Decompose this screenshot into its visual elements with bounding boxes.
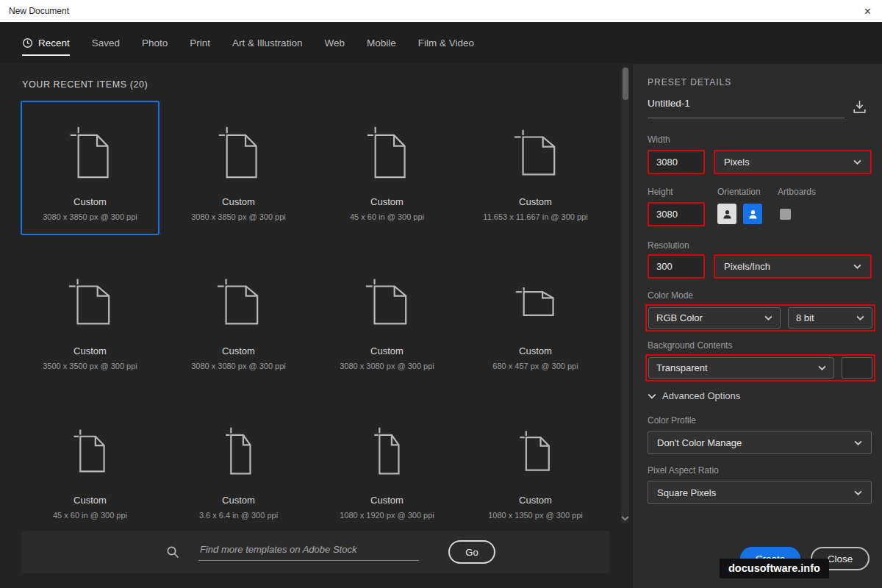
preset-name: Custom	[222, 196, 255, 207]
orientation-portrait-button[interactable]	[717, 204, 736, 224]
tab-film-video[interactable]: Film & Video	[418, 22, 474, 64]
tab-photo[interactable]: Photo	[142, 22, 168, 64]
recent-item-card[interactable]: Custom 11.653 x 11.667 in @ 300 ppi	[466, 101, 605, 235]
document-icon	[73, 429, 107, 473]
chevron-down-icon	[853, 159, 861, 165]
tab-mobile[interactable]: Mobile	[367, 22, 396, 64]
width-input[interactable]	[648, 150, 705, 174]
preset-dimensions: 3080 x 3080 px @ 300 ppi	[340, 362, 434, 370]
preset-dimensions: 1080 x 1920 px @ 300 ppi	[340, 511, 434, 520]
background-color-swatch[interactable]	[842, 357, 872, 379]
chevron-down-icon	[853, 264, 861, 269]
scroll-down-icon[interactable]	[621, 515, 629, 521]
selected-option: 8 bit	[796, 312, 814, 323]
document-icon	[68, 278, 113, 325]
watermark: docusoftware.info	[720, 559, 829, 578]
vertical-scrollbar[interactable]	[621, 66, 629, 523]
preset-name: Custom	[74, 196, 107, 207]
recent-item-card[interactable]: Custom 1080 x 1350 px @ 300 ppi	[466, 399, 605, 534]
tab-label: Web	[324, 37, 345, 49]
preset-dimensions: 3080 x 3850 px @ 300 ppi	[191, 212, 286, 221]
scrollbar-thumb[interactable]	[623, 68, 628, 100]
tab-recent[interactable]: Recent	[22, 22, 70, 64]
document-icon	[218, 126, 260, 179]
tab-label: Art & Illustration	[232, 37, 302, 49]
height-label: Height	[648, 187, 673, 197]
tab-label: Recent	[38, 37, 70, 49]
color-mode-label: Color Mode	[648, 290, 693, 301]
document-icon	[69, 126, 112, 179]
preset-name: Custom	[222, 345, 255, 356]
preset-dimensions: 680 x 457 px @ 300 ppi	[492, 362, 578, 370]
chevron-down-icon	[764, 315, 772, 320]
preset-name: Custom	[519, 196, 552, 207]
orientation-landscape-button[interactable]	[743, 204, 762, 224]
recent-item-card[interactable]: Custom 3080 x 3080 px @ 300 ppi	[318, 250, 456, 384]
preset-dimensions: 3500 x 3500 px @ 300 ppi	[43, 362, 137, 370]
preset-name: Custom	[370, 196, 404, 207]
color-mode-select[interactable]: RGB Color	[648, 307, 781, 329]
preset-details-panel: PRESET DETAILS Untitled-1 Width Pixels H…	[632, 64, 882, 588]
preset-dimensions: 3.6 x 6.4 in @ 300 ppi	[199, 511, 278, 520]
preset-dimensions: 1080 x 1350 px @ 300 ppi	[488, 511, 583, 520]
tab-label: Print	[190, 37, 210, 49]
selected-option: Don't Color Manage	[657, 437, 742, 448]
portrait-person-icon	[721, 208, 734, 220]
chevron-down-icon	[854, 490, 862, 495]
recent-items-grid: Custom 3080 x 3850 px @ 300 ppi Custom 3…	[21, 101, 613, 534]
save-preset-icon[interactable]	[852, 99, 867, 115]
recent-item-card[interactable]: Custom 3.6 x 6.4 in @ 300 ppi	[169, 399, 308, 534]
color-profile-select[interactable]: Don't Color Manage	[648, 431, 872, 454]
document-icon	[365, 278, 410, 325]
selected-option: Transparent	[656, 362, 708, 373]
recent-item-card[interactable]: Custom 45 x 60 in @ 300 ppi	[318, 101, 456, 235]
dialog-title: New Document	[9, 6, 69, 16]
bit-depth-select[interactable]: 8 bit	[788, 307, 872, 329]
tab-label: Saved	[92, 37, 120, 49]
document-icon	[366, 126, 409, 179]
recent-item-card[interactable]: Custom 3080 x 3850 px @ 300 ppi	[169, 101, 308, 235]
document-icon	[513, 129, 559, 176]
resolution-input[interactable]	[648, 254, 705, 279]
chevron-down-icon	[854, 440, 862, 445]
preset-dimensions: 3080 x 3080 px @ 300 ppi	[191, 362, 286, 370]
new-document-dialog: New Document ✕ Recent Saved Photo Print …	[0, 0, 882, 588]
stock-search-input[interactable]	[198, 544, 419, 561]
tab-saved[interactable]: Saved	[92, 22, 120, 64]
recent-items-heading: YOUR RECENT ITEMS (20)	[22, 79, 148, 90]
recent-item-card[interactable]: Custom 3080 x 3850 px @ 300 ppi	[21, 101, 159, 235]
pixel-aspect-ratio-select[interactable]: Square Pixels	[648, 481, 872, 504]
preset-dimensions: 3080 x 3850 px @ 300 ppi	[43, 212, 137, 221]
recent-item-card[interactable]: Custom 3080 x 3080 px @ 300 ppi	[169, 250, 308, 384]
selected-option: Pixels/Inch	[724, 261, 770, 272]
tab-art-illustration[interactable]: Art & Illustration	[232, 22, 302, 64]
go-button[interactable]: Go	[448, 540, 495, 564]
advanced-options-toggle[interactable]: Advanced Options	[648, 390, 740, 401]
preset-name: Custom	[519, 495, 552, 506]
background-contents-label: Background Contents	[648, 340, 732, 351]
resolution-unit-select[interactable]: Pixels/Inch	[714, 254, 872, 279]
preset-dimensions: 45 x 60 in @ 300 ppi	[53, 511, 127, 520]
recent-item-card[interactable]: Custom 3500 x 3500 px @ 300 ppi	[21, 250, 159, 384]
resolution-label: Resolution	[648, 240, 689, 251]
tab-print[interactable]: Print	[190, 22, 210, 64]
background-contents-select[interactable]: Transparent	[648, 357, 834, 379]
width-unit-select[interactable]: Pixels	[714, 150, 872, 174]
recent-item-card[interactable]: Custom 45 x 60 in @ 300 ppi	[21, 399, 159, 534]
close-icon[interactable]: ✕	[864, 6, 872, 17]
preset-name: Custom	[370, 495, 404, 506]
height-input[interactable]	[648, 202, 705, 226]
artboards-label: Artboards	[778, 187, 816, 197]
preset-name: Custom	[519, 345, 552, 356]
preset-details-heading: PRESET DETAILS	[648, 77, 731, 87]
chevron-down-icon	[818, 365, 826, 370]
recent-item-card[interactable]: Custom 1080 x 1920 px @ 300 ppi	[318, 399, 456, 534]
tab-web[interactable]: Web	[324, 22, 345, 64]
search-icon	[166, 545, 179, 559]
artboards-checkbox[interactable]	[780, 209, 791, 220]
document-name-field[interactable]: Untitled-1	[648, 98, 845, 118]
background-contents-row: Transparent	[645, 354, 875, 381]
tab-label: Mobile	[367, 37, 396, 49]
recent-item-card[interactable]: Custom 680 x 457 px @ 300 ppi	[466, 250, 605, 384]
tab-label: Photo	[142, 37, 168, 49]
